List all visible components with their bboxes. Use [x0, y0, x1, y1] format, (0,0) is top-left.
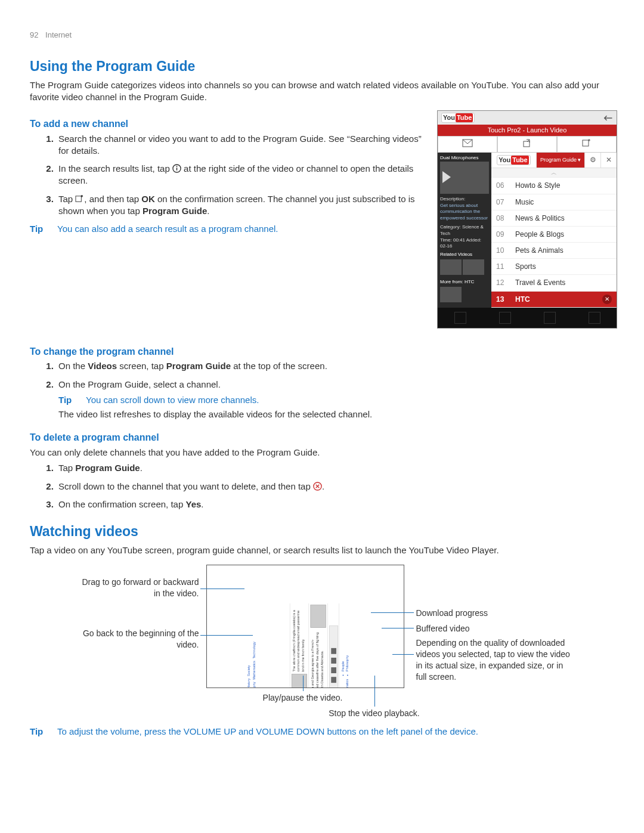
delete-intro: You can only delete channels that you ha…	[30, 447, 617, 459]
step: Scroll down to the channel that you want…	[56, 481, 617, 493]
tip: Tip You can scroll down to view more cha…	[58, 394, 617, 406]
svg-rect-4	[177, 168, 178, 171]
change-channel-steps: On the Videos screen, tap Program Guide …	[30, 360, 617, 420]
channel-row-selected[interactable]: 13HTC✕	[491, 292, 617, 308]
video-player-diagram: Welcome to Wikipedia,the free encycloped…	[70, 565, 577, 720]
channel-row[interactable]: 11Sports	[491, 259, 617, 275]
step: On the Videos screen, tap Program Guide …	[56, 360, 617, 372]
add-channel-icon	[582, 139, 592, 147]
callout-stop: Stop the video playback.	[309, 708, 440, 719]
youtube-logo-icon: YouTube	[497, 155, 530, 165]
close-button[interactable]: ✕	[600, 153, 617, 168]
chevron-down-icon: ▾	[578, 156, 581, 163]
callout-download-progress: Download progress	[416, 608, 571, 619]
bottom-toolbar	[438, 308, 617, 328]
tip: Tip You can also add a search result as …	[30, 223, 425, 235]
channel-row[interactable]: 12Travel & Events	[491, 275, 617, 291]
delete-channel-steps: Tap Program Guide. Scroll down to the ch…	[30, 462, 617, 510]
step: Tap Program Guide.	[56, 462, 617, 474]
scroll-up-indicator[interactable]: ︿	[491, 168, 617, 178]
close-icon: ✕	[606, 155, 612, 165]
size-toggle-button[interactable]	[331, 648, 336, 654]
svg-rect-6	[76, 196, 81, 202]
tab-bar	[438, 136, 617, 153]
channel-list: 06Howto & Style 07Music 08News & Politic…	[491, 178, 617, 308]
document-page: 92 Internet Using the Program Guide The …	[0, 0, 644, 833]
add-channel-icon	[75, 194, 84, 203]
program-guide-tab[interactable]: Program Guide▾	[537, 153, 584, 168]
svg-rect-1	[524, 141, 530, 147]
svg-point-5	[176, 166, 177, 167]
page-header: 92 Internet	[30, 30, 617, 41]
section-name: Internet	[45, 30, 72, 39]
stop-button[interactable]	[331, 658, 336, 664]
callout-goback: Go back to the beginning of the video.	[74, 628, 199, 651]
intro-text: The Program Guide categorizes videos int…	[30, 79, 617, 104]
tip: Tip To adjust the volume, press the VOLU…	[30, 726, 617, 738]
step: On the Program Guide, select a channel. …	[56, 379, 617, 421]
player-controls	[329, 625, 338, 688]
play-pause-button[interactable]	[331, 667, 336, 673]
program-guide-screenshot: YouTube Touch Pro2 - Launch Video Dual M…	[437, 110, 617, 329]
tab-add-channel[interactable]	[557, 136, 617, 153]
channel-row[interactable]: 06Howto & Style	[491, 178, 617, 194]
settings-button[interactable]: ⚙	[584, 153, 600, 168]
heading-program-guide: Using the Program Guide	[30, 57, 617, 76]
gear-icon: ⚙	[590, 155, 596, 165]
callout-size: Depending on the quality of downloaded v…	[416, 637, 571, 683]
callout-play-pause: Play/pause the video.	[243, 692, 363, 704]
info-icon	[172, 164, 181, 173]
channel-row[interactable]: 08News & Politics	[491, 210, 617, 227]
step: On the confirmation screen, tap Yes.	[56, 498, 617, 510]
channel-row[interactable]: 07Music	[491, 194, 617, 210]
svg-rect-2	[583, 140, 589, 146]
video-player-screenshot: Welcome to Wikipedia,the free encycloped…	[206, 565, 404, 688]
heading-watching-videos: Watching videos	[30, 522, 617, 541]
back-arrow-icon	[602, 114, 613, 122]
heading-delete-channel: To delete a program channel	[30, 431, 617, 444]
tab-inbox[interactable]	[438, 136, 497, 153]
rewind-button[interactable]	[331, 677, 336, 683]
delete-circle-icon	[313, 482, 322, 491]
heading-change-channel: To change the program channel	[30, 345, 617, 358]
video-thumbnail	[440, 162, 489, 194]
youtube-logo: YouTube	[441, 113, 475, 123]
channel-row[interactable]: 10Pets & Animals	[491, 243, 617, 259]
callout-buffered: Buffered video	[416, 623, 571, 634]
tab-share[interactable]	[497, 136, 557, 153]
page-number: 92	[30, 30, 38, 39]
channel-row[interactable]: 09People & Blogs	[491, 227, 617, 243]
callout-drag: Drag to go forward or backward in the vi…	[74, 577, 199, 599]
envelope-icon	[462, 139, 473, 147]
delete-channel-icon[interactable]: ✕	[602, 295, 612, 304]
export-icon	[522, 139, 532, 147]
video-detail-pane: Dual Microphones Description: Get seriou…	[438, 153, 491, 308]
watching-intro: Tap a video on any YouTube screen, progr…	[30, 544, 617, 556]
video-title-bar: Touch Pro2 - Launch Video	[438, 125, 617, 136]
